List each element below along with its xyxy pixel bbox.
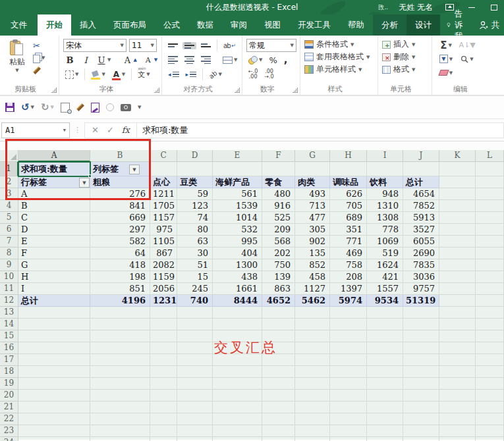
cell-H22[interactable] <box>330 413 367 425</box>
cell-B10[interactable]: 198 <box>90 271 150 283</box>
cell-F7[interactable]: 568 <box>262 236 295 247</box>
cell-H6[interactable]: 351 <box>330 224 367 236</box>
cell-E19[interactable] <box>213 378 262 390</box>
clear-button[interactable]: ▼ <box>436 69 456 76</box>
row-header-5[interactable]: 5 <box>0 212 18 224</box>
cell-L19[interactable] <box>476 378 504 390</box>
camera-button[interactable] <box>121 104 131 111</box>
alignment-dialog-launcher[interactable] <box>235 88 240 93</box>
format-painter-button[interactable] <box>33 65 45 76</box>
cell-A9[interactable]: G <box>18 259 90 271</box>
cell-J4[interactable]: 7852 <box>403 200 439 212</box>
cell-K7[interactable] <box>439 236 476 247</box>
cell-A1[interactable]: 求和项:数量 <box>18 162 90 176</box>
cell-C1[interactable] <box>150 162 177 176</box>
column-header-F[interactable]: F <box>262 150 295 162</box>
cell-I19[interactable] <box>367 378 403 390</box>
cell-I18[interactable] <box>367 366 403 378</box>
cell-E8[interactable]: 404 <box>213 247 262 259</box>
redo-button[interactable]: ↻▼ <box>41 101 54 113</box>
cell-L21[interactable] <box>476 402 504 413</box>
row-header-13[interactable]: 13 <box>0 307 18 319</box>
cell-B9[interactable]: 418 <box>90 259 150 271</box>
cell-L15[interactable] <box>476 330 504 342</box>
cell-H14[interactable] <box>330 319 367 330</box>
cell-C6[interactable]: 975 <box>150 224 177 236</box>
row-header-21[interactable]: 21 <box>0 402 18 413</box>
cell-D2[interactable]: 豆类 <box>177 176 213 188</box>
cell-G3[interactable]: 493 <box>295 188 330 200</box>
edit-document-button[interactable] <box>91 103 99 113</box>
orientation-button[interactable]: ab▼ <box>207 70 224 79</box>
cell-I24[interactable] <box>367 437 403 441</box>
cell-E3[interactable]: 561 <box>213 188 262 200</box>
cell-G15[interactable] <box>295 330 330 342</box>
row-header-7[interactable]: 7 <box>0 236 18 247</box>
cell-H9[interactable]: 758 <box>330 259 367 271</box>
cell-D22[interactable] <box>177 413 213 425</box>
row-header-3[interactable]: 3 <box>0 188 18 200</box>
cell-A21[interactable] <box>18 402 90 413</box>
cell-A10[interactable]: H <box>18 271 90 283</box>
cell-F23[interactable] <box>262 425 295 437</box>
cell-H18[interactable] <box>330 366 367 378</box>
cell-D5[interactable]: 74 <box>177 212 213 224</box>
cell-A8[interactable]: F <box>18 247 90 259</box>
row-header-14[interactable]: 14 <box>0 319 18 330</box>
select-all-corner[interactable] <box>0 150 18 162</box>
cell-H10[interactable]: 208 <box>330 271 367 283</box>
cell-I3[interactable]: 948 <box>367 188 403 200</box>
tab-insert[interactable]: 插入 <box>71 14 105 36</box>
cell-D8[interactable]: 30 <box>177 247 213 259</box>
cell-J23[interactable] <box>403 425 439 437</box>
column-header-H[interactable]: H <box>330 150 367 162</box>
cell-H4[interactable]: 705 <box>330 200 367 212</box>
column-header-L[interactable]: L <box>476 150 504 162</box>
cell-G14[interactable] <box>295 319 330 330</box>
row-label-filter-dropdown[interactable]: ▼ <box>79 178 90 188</box>
row-header-2[interactable]: 2 <box>0 176 18 188</box>
cut-button[interactable]: ✂ <box>33 40 45 51</box>
worksheet[interactable]: ABCDEFGHIJKL1求和项:数量列标签2行标签粗粮点心豆类海鲜产品零食肉类… <box>0 150 504 440</box>
cell-B3[interactable]: 276 <box>90 188 150 200</box>
cell-F10[interactable]: 139 <box>262 271 295 283</box>
cell-E6[interactable]: 532 <box>213 224 262 236</box>
cell-E14[interactable] <box>213 319 262 330</box>
cell-I4[interactable]: 1310 <box>367 200 403 212</box>
cell-C22[interactable] <box>150 413 177 425</box>
borders-button[interactable]: ▼ <box>63 70 80 80</box>
row-header-12[interactable]: 12 <box>0 295 18 307</box>
cell-K3[interactable] <box>439 188 476 200</box>
cell-G9[interactable]: 852 <box>295 259 330 271</box>
conditional-formatting-button[interactable]: 条件格式▼ <box>304 38 375 51</box>
cell-L5[interactable] <box>476 212 504 224</box>
cell-C18[interactable] <box>150 366 177 378</box>
insert-cells-button[interactable]: +插入▼ <box>382 38 429 51</box>
cell-G21[interactable] <box>295 402 330 413</box>
cell-A16[interactable] <box>18 342 90 354</box>
row-header-11[interactable]: 11 <box>0 283 18 295</box>
cell-I13[interactable] <box>367 307 403 319</box>
cell-J3[interactable]: 4654 <box>403 188 439 200</box>
cell-K10[interactable] <box>439 271 476 283</box>
cell-A5[interactable]: C <box>18 212 90 224</box>
cell-K17[interactable] <box>439 354 476 366</box>
column-header-K[interactable]: K <box>439 150 476 162</box>
cell-A14[interactable] <box>18 319 90 330</box>
cell-I22[interactable] <box>367 413 403 425</box>
cell-H2[interactable]: 调味品 <box>330 176 367 188</box>
cell-B23[interactable] <box>90 425 150 437</box>
tab-help[interactable]: 帮助 <box>339 14 373 36</box>
cell-F8[interactable]: 202 <box>262 247 295 259</box>
cell-B19[interactable] <box>90 378 150 390</box>
cell-B2[interactable]: 粗粮 <box>90 176 150 188</box>
column-header-G[interactable]: G <box>295 150 330 162</box>
row-header-1[interactable]: 1 <box>0 162 18 176</box>
number-dialog-launcher[interactable] <box>293 88 298 93</box>
cell-C23[interactable] <box>150 425 177 437</box>
cell-E10[interactable]: 438 <box>213 271 262 283</box>
cell-J2[interactable]: 总计 <box>403 176 439 188</box>
cell-H11[interactable]: 1397 <box>330 283 367 295</box>
row-header-18[interactable]: 18 <box>0 366 18 378</box>
decrease-decimal-button[interactable]: .00→.0 <box>262 68 275 80</box>
